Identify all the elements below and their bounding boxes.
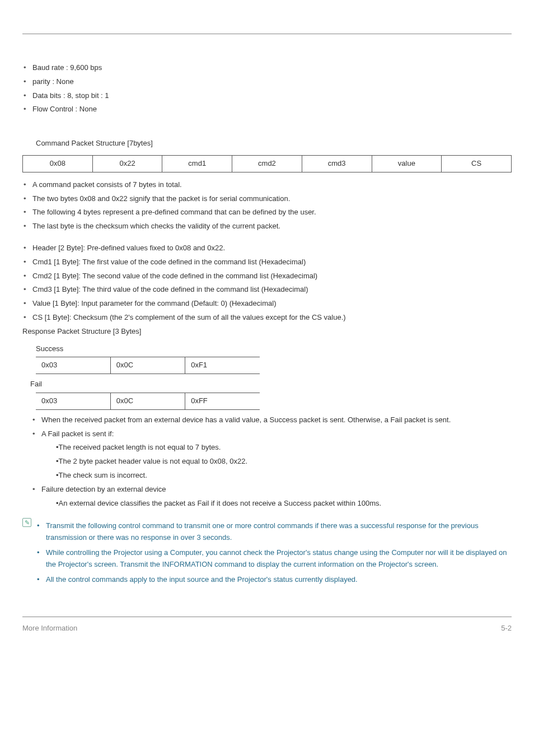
table-row: 0x08 0x22 cmd1 cmd2 cmd3 value CS — [23, 155, 512, 172]
table-cell: CS — [442, 155, 512, 172]
list-item: Cmd1 [1 Byte]: The first value of the co… — [22, 256, 512, 268]
table-cell: 0x03 — [36, 393, 110, 409]
list-item: parity : None — [22, 76, 512, 88]
success-label: Success — [36, 343, 512, 355]
list-item: The following 4 bytes represent a pre-de… — [22, 207, 512, 218]
table-cell: 0xFF — [185, 393, 260, 409]
success-table: 0x03 0x0C 0xF1 — [36, 357, 260, 374]
list-item: •The 2 byte packet header value is not e… — [22, 456, 512, 468]
note-icon: ✎ — [22, 518, 31, 527]
fail-reasons-list: •The received packet length is not equal… — [22, 442, 512, 481]
table-cell: cmd2 — [232, 155, 302, 172]
list-item: •The check sum is incorrect. — [22, 470, 512, 482]
fail-label: Fail — [30, 379, 512, 390]
fail-table: 0x03 0x0C 0xFF — [36, 393, 260, 410]
list-item: Header [2 Byte]: Pre-defined values fixe… — [22, 242, 512, 254]
response-structure-title: Response Packet Structure [3 Bytes] — [22, 326, 512, 338]
failure-detect-rule-list: •An external device classifies the packe… — [22, 498, 512, 510]
list-item: CS [1 Byte]: Checksum (the 2's complemen… — [22, 312, 512, 324]
list-item: While controlling the Projector using a … — [37, 547, 512, 571]
table-cell: 0x0C — [110, 357, 185, 374]
list-item: A Fail packet is sent if: — [22, 428, 512, 440]
notes-block: ✎ Transmit the following control command… — [22, 517, 512, 589]
list-item: •The received packet length is not equal… — [22, 442, 512, 454]
list-item: A command packet consists of 7 bytes in … — [22, 179, 512, 191]
list-item: Data bits : 8, stop bit : 1 — [22, 90, 512, 102]
footer-page-number: 5-2 — [501, 623, 512, 634]
table-cell: cmd1 — [162, 155, 232, 172]
list-item: Transmit the following control command t… — [37, 520, 512, 544]
list-item: Failure detection by an external device — [22, 484, 512, 496]
table-cell: 0xF1 — [185, 357, 260, 374]
bottom-divider — [22, 617, 512, 617]
table-row: 0x03 0x0C 0xFF — [36, 393, 260, 409]
notes-list: Transmit the following control command t… — [37, 517, 512, 589]
top-divider — [22, 34, 512, 34]
list-item: Cmd2 [1 Byte]: The second value of the c… — [22, 270, 512, 282]
table-cell: 0x03 — [36, 357, 110, 374]
table-cell: 0x08 — [23, 155, 93, 172]
failure-detect-list: Failure detection by an external device — [22, 484, 512, 496]
list-item: •An external device classifies the packe… — [22, 498, 512, 510]
list-item: Cmd3 [1 Byte]: The third value of the co… — [22, 284, 512, 296]
table-cell: value — [372, 155, 442, 172]
table-cell: 0x0C — [110, 393, 185, 409]
list-item: The two bytes 0x08 and 0x22 signify that… — [22, 193, 512, 205]
table-row: 0x03 0x0C 0xF1 — [36, 357, 260, 374]
list-item: Flow Control : None — [22, 104, 512, 115]
page-footer: More Information 5-2 — [22, 623, 512, 634]
table-cell: 0x22 — [92, 155, 162, 172]
packet-desc1-list: A command packet consists of 7 bytes in … — [22, 179, 512, 232]
settings-list: Baud rate : 9,600 bps parity : None Data… — [22, 62, 512, 115]
packet-structure-title: Command Packet Structure [7bytes] — [36, 138, 512, 150]
list-item: When the received packet from an externa… — [22, 414, 512, 426]
packet-desc2-list: Header [2 Byte]: Pre-defined values fixe… — [22, 242, 512, 324]
packet-structure-table: 0x08 0x22 cmd1 cmd2 cmd3 value CS — [22, 155, 512, 172]
footer-section-title: More Information — [22, 623, 77, 634]
table-cell: cmd3 — [302, 155, 372, 172]
list-item: All the control commands apply to the in… — [37, 574, 512, 586]
list-item: Value [1 Byte]: Input parameter for the … — [22, 298, 512, 310]
response-points-list: When the received packet from an externa… — [22, 414, 512, 440]
list-item: Baud rate : 9,600 bps — [22, 62, 512, 74]
list-item: The last byte is the checksum which chec… — [22, 221, 512, 232]
